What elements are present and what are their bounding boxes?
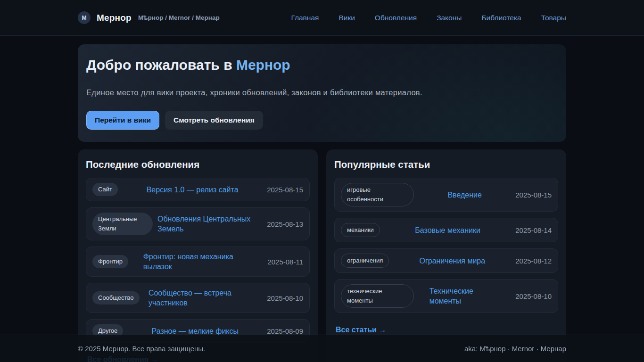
article-link[interactable]: Введение [447, 190, 481, 200]
brand-logo-icon: М [78, 11, 91, 24]
article-date: 2025-08-15 [515, 191, 552, 199]
page-title-prefix: Добро пожаловать в [86, 57, 236, 73]
updates-list: Сайт Версия 1.0 — релиз сайта 2025-08-15… [86, 178, 310, 343]
article-row: механики Базовые механики 2025-08-14 [334, 218, 558, 242]
nav-link[interactable]: Законы [437, 14, 462, 22]
article-link[interactable]: Ограничения мира [419, 256, 485, 266]
popular-articles-title: Популярные статьи [334, 159, 558, 170]
article-category-badge: механики [341, 223, 380, 237]
footer-aliases: aka: М̎ѣрнор · Mernor · Мернар [464, 345, 566, 353]
article-category-badge: игровые особенности [341, 183, 414, 206]
hero-banner: Добро пожаловать в Мернор Единое место д… [78, 44, 566, 142]
top-nav: М Мернор М̎ѣрнор / Mernor / Мернар Главн… [0, 0, 644, 36]
page-footer: © 2025 Мернор. Все права защищены. aka: … [0, 335, 644, 362]
nav-link[interactable]: Товары [541, 14, 566, 22]
page-title-accent: Мернор [236, 57, 290, 73]
brand-name: Мернор [97, 13, 132, 23]
brand-alias: М̎ѣрнор / Mernor / Мернар [138, 14, 220, 21]
article-link[interactable]: Базовые механики [415, 225, 480, 235]
update-row: Центральные Земли Обновления Центральных… [86, 207, 310, 240]
article-row: игровые особенности Введение 2025-08-15 [334, 178, 558, 212]
main-nav: Главная Вики Обновления Законы Библиотек… [291, 14, 566, 22]
article-category-badge: технические моменты [341, 284, 414, 308]
article-date: 2025-08-10 [515, 292, 552, 300]
update-date: 2025-08-09 [267, 327, 303, 335]
article-date: 2025-08-14 [515, 226, 552, 234]
page-title: Добро пожаловать в Мернор [86, 57, 558, 73]
brand[interactable]: М Мернор М̎ѣрнор / Mernor / Мернар [78, 11, 220, 24]
nav-link[interactable]: Главная [291, 14, 319, 22]
update-link[interactable]: Обновления Центральных Земель [157, 214, 262, 234]
article-link[interactable]: Технические моменты [429, 286, 500, 306]
update-row: Сайт Версия 1.0 — релиз сайта 2025-08-15 [86, 178, 310, 201]
cards-grid: Последние обновления Сайт Версия 1.0 — р… [78, 149, 566, 362]
update-category-badge: Фронтир [92, 255, 128, 268]
main-content: Добро пожаловать в Мернор Единое место д… [78, 44, 566, 362]
update-link[interactable]: Сообщество — встреча участников [149, 288, 258, 308]
all-articles-link[interactable]: Все статьи → [336, 326, 386, 334]
article-row: технические моменты Технические моменты … [334, 279, 558, 313]
update-link[interactable]: Фронтир: новая механика вылазок [143, 252, 253, 272]
hero-tagline: Единое место для вики проекта, хроники о… [86, 88, 558, 97]
article-category-badge: ограничения [341, 254, 389, 268]
latest-updates-title: Последние обновления [86, 159, 310, 170]
go-to-wiki-button[interactable]: Перейти в вики [86, 111, 159, 130]
nav-link[interactable]: Обновления [375, 14, 417, 22]
update-date: 2025-08-10 [267, 294, 303, 302]
article-date: 2025-08-12 [515, 257, 552, 265]
update-row: Фронтир Фронтир: новая механика вылазок … [86, 247, 310, 277]
latest-updates-card: Последние обновления Сайт Версия 1.0 — р… [78, 149, 318, 362]
popular-articles-card: Популярные статьи игровые особенности Вв… [326, 149, 566, 362]
update-category-badge: Сообщество [92, 291, 140, 304]
update-category-badge: Центральные Земли [92, 213, 153, 235]
hero-actions: Перейти в вики Смотреть обновления [86, 111, 558, 130]
update-date: 2025-08-11 [267, 258, 303, 266]
nav-link[interactable]: Библиотека [481, 14, 521, 22]
nav-link[interactable]: Вики [339, 14, 355, 22]
update-link[interactable]: Версия 1.0 — релиз сайта [147, 185, 239, 195]
view-updates-button[interactable]: Смотреть обновления [165, 111, 263, 130]
copyright-text: © 2025 Мернор. Все права защищены. [78, 345, 205, 353]
article-row: ограничения Ограничения мира 2025-08-12 [334, 248, 558, 273]
update-category-badge: Сайт [92, 183, 118, 196]
update-date: 2025-08-15 [267, 186, 303, 194]
update-row: Сообщество Сообщество — встреча участник… [86, 283, 310, 313]
update-date: 2025-08-13 [267, 220, 303, 228]
articles-list: игровые особенности Введение 2025-08-15 … [334, 178, 558, 313]
